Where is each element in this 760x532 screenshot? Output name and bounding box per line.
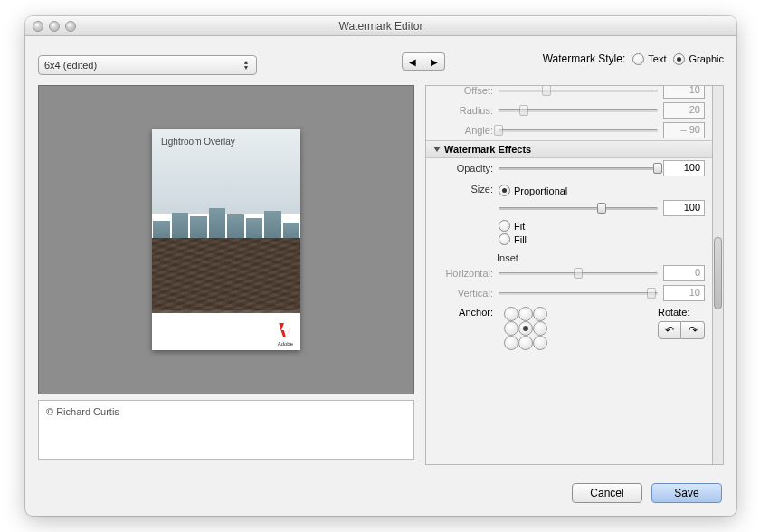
style-graphic-radio[interactable]: Graphic bbox=[673, 53, 724, 65]
watermark-style-label: Watermark Style: bbox=[543, 52, 626, 65]
style-text-radio[interactable]: Text bbox=[632, 53, 666, 65]
opacity-value[interactable]: 100 bbox=[663, 160, 705, 176]
inset-horizontal-value[interactable]: 0 bbox=[663, 265, 705, 281]
anchor-tr[interactable] bbox=[533, 307, 547, 321]
radio-icon bbox=[673, 53, 685, 65]
inset-horizontal-row: Horizontal: 0 bbox=[426, 263, 712, 283]
size-proportional-radio[interactable]: Proportional bbox=[499, 185, 567, 196]
watermark-effects-header[interactable]: Watermark Effects bbox=[426, 140, 712, 158]
cancel-button[interactable]: Cancel bbox=[572, 483, 642, 503]
offset-row: Offset: 10 bbox=[426, 85, 712, 100]
size-fit-radio[interactable]: Fit bbox=[499, 220, 525, 232]
rotate-ccw-button[interactable]: ↶ bbox=[658, 321, 681, 339]
copyright-field[interactable]: © Richard Curtis bbox=[38, 400, 414, 460]
anchor-tl[interactable] bbox=[504, 307, 518, 321]
adobe-logo-icon bbox=[279, 323, 291, 337]
anchor-mc[interactable] bbox=[518, 321, 533, 336]
save-button[interactable]: Save bbox=[651, 483, 722, 503]
inset-header: Inset bbox=[497, 249, 712, 263]
inset-horizontal-slider[interactable] bbox=[499, 267, 658, 280]
prev-image-button[interactable]: ◀ bbox=[402, 52, 423, 71]
preview-area: Lightroom Overlay Adobe bbox=[38, 85, 414, 394]
anchor-ml[interactable] bbox=[504, 321, 518, 336]
offset-value: 10 bbox=[663, 85, 705, 99]
preview-image: Lightroom Overlay Adobe bbox=[152, 129, 300, 350]
watermark-editor-window: Watermark Editor 6x4 (edited) ▲▼ ◀ ▶ Wat… bbox=[25, 16, 736, 516]
offset-slider bbox=[499, 85, 658, 97]
size-row: Size: Proportional 100 Fit Fill bbox=[426, 178, 712, 249]
copyright-text: © Richard Curtis bbox=[46, 406, 119, 417]
anchor-br[interactable] bbox=[533, 336, 547, 350]
anchor-grid bbox=[504, 307, 547, 350]
size-slider[interactable] bbox=[499, 202, 658, 214]
anchor-mr[interactable] bbox=[533, 321, 547, 336]
preview-nav: ◀ ▶ bbox=[402, 52, 445, 71]
scrollbar-thumb[interactable] bbox=[714, 237, 722, 309]
anchor-bl[interactable] bbox=[504, 336, 518, 350]
radio-icon bbox=[499, 233, 510, 245]
size-fill-radio[interactable]: Fill bbox=[499, 233, 527, 245]
angle-slider bbox=[499, 124, 658, 137]
inset-vertical-value[interactable]: 10 bbox=[663, 285, 705, 301]
inset-vertical-row: Vertical: 10 bbox=[426, 283, 712, 303]
dropdown-arrows-icon: ▲▼ bbox=[239, 58, 253, 72]
radio-icon bbox=[632, 53, 644, 65]
angle-row: Angle: – 90 bbox=[426, 120, 712, 140]
rotate-cw-button[interactable]: ↷ bbox=[681, 321, 705, 339]
anchor-row: Anchor: Rotate: ↶ ↷ bbox=[426, 303, 712, 354]
radio-icon bbox=[499, 220, 510, 232]
anchor-bc[interactable] bbox=[518, 336, 533, 350]
inset-vertical-slider[interactable] bbox=[499, 287, 658, 299]
angle-value: – 90 bbox=[663, 122, 705, 138]
radio-icon bbox=[499, 185, 510, 196]
radius-value: 20 bbox=[663, 102, 705, 119]
window-title: Watermark Editor bbox=[25, 20, 736, 33]
opacity-row: Opacity: 100 bbox=[426, 158, 712, 178]
settings-panel: Offset: 10 Radius: 20 Angle: – 90 Waterm… bbox=[425, 85, 713, 465]
watermark-style-group: Watermark Style: Text Graphic bbox=[543, 52, 724, 65]
preset-dropdown[interactable]: 6x4 (edited) ▲▼ bbox=[38, 55, 257, 75]
preset-selected: 6x4 (edited) bbox=[44, 60, 97, 71]
rotate-group: Rotate: ↶ ↷ bbox=[658, 307, 705, 339]
size-value[interactable]: 100 bbox=[663, 200, 705, 216]
disclosure-triangle-icon bbox=[433, 147, 441, 152]
titlebar: Watermark Editor bbox=[25, 16, 736, 36]
overlay-text: Lightroom Overlay bbox=[161, 137, 235, 147]
radius-row: Radius: 20 bbox=[426, 100, 712, 120]
anchor-tc[interactable] bbox=[518, 307, 533, 321]
adobe-watermark: Adobe bbox=[278, 323, 293, 347]
panel-scrollbar[interactable] bbox=[713, 85, 724, 465]
next-image-button[interactable]: ▶ bbox=[423, 52, 445, 71]
opacity-slider[interactable] bbox=[499, 162, 658, 175]
dialog-buttons: Cancel Save bbox=[572, 483, 722, 503]
radius-slider bbox=[499, 104, 658, 117]
